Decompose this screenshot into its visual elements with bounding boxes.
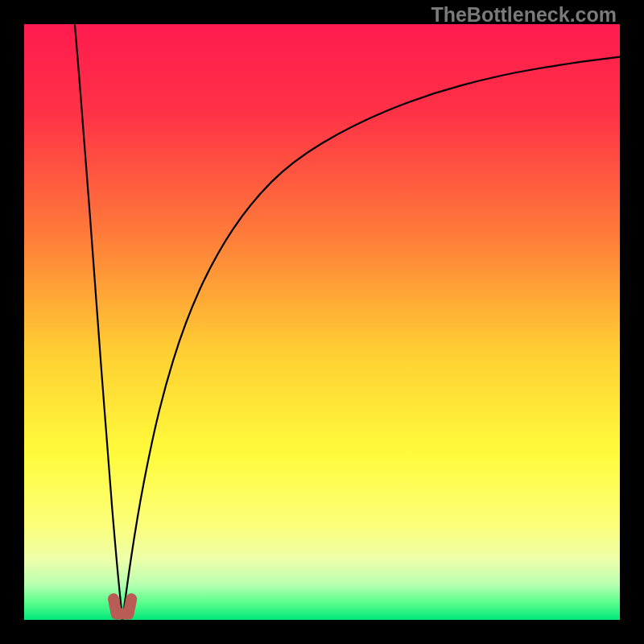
watermark-text: TheBottleneck.com — [431, 3, 617, 27]
curve-right-branch — [122, 57, 620, 620]
curve-left-branch — [75, 24, 122, 620]
trough-marker — [114, 599, 131, 614]
